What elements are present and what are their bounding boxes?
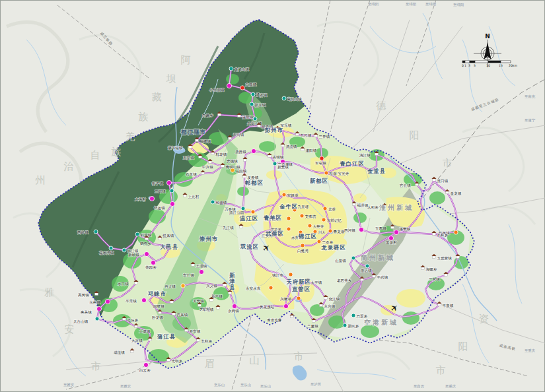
temple-icon — [373, 275, 376, 278]
town-label: 光明乡 — [172, 359, 183, 364]
town-label: 东郊记忆 — [327, 218, 342, 222]
temple-icon — [456, 256, 460, 259]
town-label: 兴隆湖 — [280, 297, 291, 301]
town-dot — [95, 317, 99, 321]
town-label: 洛带镇 — [400, 227, 411, 232]
temple-icon — [218, 114, 221, 116]
town-label: 安德镇 — [227, 159, 238, 164]
town-dot — [297, 296, 301, 300]
town-marker: 三郎镇 — [155, 189, 174, 193]
town-label: 长秋乡 — [201, 339, 213, 343]
town-dot — [394, 230, 398, 234]
town-label: 新场镇 — [128, 253, 139, 257]
town-marker: 街子镇 — [151, 180, 172, 185]
neighbor-prefecture-char: 藏 — [152, 91, 163, 103]
town-label: 上元村 — [188, 195, 200, 199]
town-label: 石羊镇 — [186, 172, 197, 176]
district-label: 天府新区 — [285, 278, 311, 285]
town-marker: 西河镇 — [344, 227, 364, 232]
temple-icon — [223, 284, 227, 286]
scale-tick: 1 — [464, 64, 466, 67]
town-dot — [144, 251, 149, 256]
town-dot — [324, 171, 328, 175]
town-dot — [253, 117, 257, 121]
town-dot — [181, 284, 185, 288]
town-marker: 平乐镇 — [126, 298, 147, 302]
town-dot — [454, 230, 458, 234]
neighbor-prefecture-char: 阳 — [410, 129, 421, 141]
town-label: 清江镇 — [359, 153, 371, 158]
town-dot — [94, 230, 98, 234]
town-label: 西岭镇 — [77, 230, 89, 234]
newcity-label: 空港新城 — [364, 319, 398, 326]
town-marker: 葛仙山镇 — [282, 96, 302, 101]
temple-icon — [189, 146, 192, 148]
temple-icon — [131, 350, 134, 353]
scale-tick: 5 — [474, 64, 476, 67]
town-label: 磁峰镇 — [200, 139, 211, 143]
temple-icon — [184, 195, 187, 197]
edge-destination-label: 至绵阳 — [425, 2, 436, 7]
temple-icon — [217, 307, 220, 310]
town-marker: 白云乡 — [139, 362, 151, 372]
temple-icon-roof — [129, 348, 134, 350]
temple-icon — [159, 238, 162, 240]
temple-icon — [201, 172, 205, 175]
town-dot — [365, 264, 369, 268]
temple-icon — [197, 339, 200, 342]
temple-icon — [229, 137, 232, 140]
town-label: 温江公园 — [229, 211, 244, 215]
town-marker: 东郊记忆 — [322, 218, 342, 222]
rail-corridor-label: 成都至三台城际 — [470, 97, 499, 112]
town-marker: 新兴镇 — [250, 102, 266, 107]
town-label: 濛阳镇 — [305, 148, 317, 153]
town-temple: 淮口镇 — [431, 177, 448, 183]
edge-destination-label: 至绵阳 — [406, 2, 416, 7]
temple-icon — [445, 274, 448, 277]
temple-icon — [244, 159, 247, 162]
town-label: 安仁镇 — [183, 273, 194, 277]
town-dot — [96, 306, 101, 311]
district-label: 郫都区 — [244, 180, 264, 186]
town-label: 九尺镇 — [301, 133, 312, 138]
district-label: 锦江区 — [298, 233, 317, 240]
neighbor-prefecture-char: 德 — [376, 100, 388, 112]
town-label: 王泗镇 — [196, 264, 207, 269]
town-dot — [199, 269, 203, 274]
town-dot — [251, 148, 256, 153]
temple-icon — [240, 226, 243, 228]
temple-icon — [198, 304, 201, 307]
town-label: 永商镇 — [228, 309, 239, 313]
planning-map-page: 龙门山镇小鱼洞镇白鹿镇通济镇新兴镇葛仙山镇丹景山镇磁峰镇桂花镇向峨乡蒲阳镇丽春镇… — [0, 0, 545, 392]
town-label: 文殊坊 — [305, 214, 316, 219]
town-dot — [282, 193, 286, 197]
neighbor-prefecture-char: 坝 — [166, 73, 178, 84]
scale-tick: 3 — [468, 64, 470, 67]
town-label: 葛仙山镇 — [287, 97, 303, 101]
town-label: 大坪村 — [135, 197, 146, 202]
temple-icon — [221, 165, 225, 168]
town-label: 金龙村 — [386, 240, 397, 245]
town-label: 清流镇 — [286, 145, 297, 149]
town-label: 西河镇 — [344, 228, 355, 233]
town-dot — [122, 248, 126, 252]
town-marker: 丹景乡 — [351, 313, 368, 318]
town-marker: 西岭镇 — [77, 230, 98, 234]
town-marker: 三圣乡 — [317, 240, 334, 244]
district-label: 双流区 — [240, 244, 259, 250]
town-label: 大塘镇 — [139, 329, 151, 334]
district-label: 都江堰市 — [180, 129, 206, 135]
town-label: 海螺乡 — [426, 267, 437, 272]
town-label: 老君井乡 — [337, 278, 352, 283]
town-label: 大兴镇 — [131, 339, 143, 343]
town-dot — [317, 240, 321, 244]
town-label: 人和乡 — [367, 205, 379, 209]
district-label: 青白江区 — [340, 160, 365, 167]
temple-icon — [324, 297, 328, 300]
town-label: 花园镇 — [236, 169, 247, 174]
town-marker: 龙门山镇 — [229, 67, 249, 71]
district-label: 彭州市 — [264, 127, 283, 133]
town-label: 寿安镇 — [190, 329, 201, 334]
town-label: 太平镇 — [311, 280, 322, 284]
town-marker: 天台山镇 — [73, 317, 99, 324]
